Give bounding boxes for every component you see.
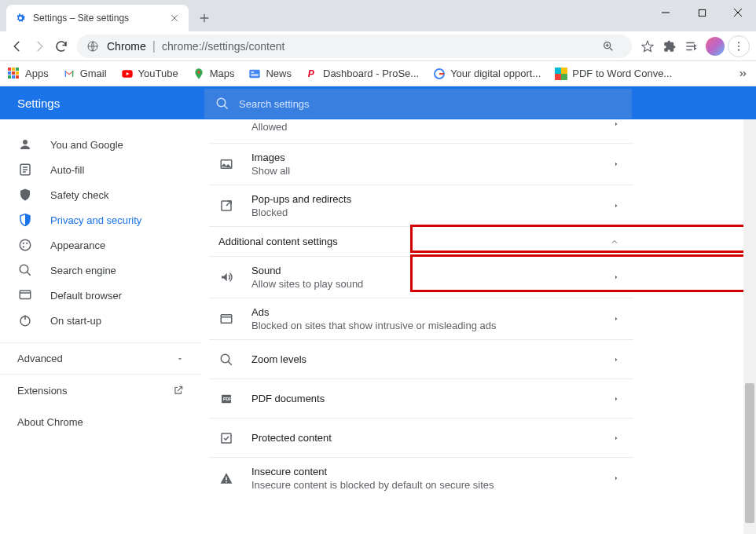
minimize-button[interactable] [648,0,684,25]
popup-icon [218,198,234,214]
setting-row-sound[interactable]: SoundAllow sites to play sound [209,257,633,298]
zoom-icon[interactable] [602,40,615,53]
power-icon [17,313,33,328]
search-input[interactable] [239,98,621,110]
browser-tab[interactable]: Settings – Site settings [6,5,189,31]
bookmark-youtube[interactable]: YouTube [121,68,178,80]
shield-check-icon [17,187,33,203]
sidebar-item-autofill[interactable]: Auto-fill [0,157,201,182]
maximize-button[interactable] [684,0,720,25]
setting-row-insecure[interactable]: Insecure contentInsecure content is bloc… [209,458,633,499]
chevron-right-icon [613,272,619,282]
reading-list-icon[interactable] [681,35,703,57]
menu-button[interactable] [728,35,750,57]
chevron-right-icon [613,119,619,129]
svg-point-3 [738,42,739,43]
sound-icon [218,269,234,285]
svg-point-25 [20,265,28,273]
maps-icon [193,68,205,80]
scrollbar-thumb[interactable] [745,383,754,523]
svg-rect-36 [226,481,227,483]
new-tab-button[interactable] [193,7,215,29]
setting-row-pdf[interactable]: PDF PDF documents [209,379,633,419]
section-additional-content[interactable]: Additional content settings [209,227,633,257]
svg-rect-14 [555,68,561,74]
setting-row-protected[interactable]: Protected content [209,419,633,458]
external-link-icon [173,385,184,396]
svg-point-23 [26,243,28,244]
chevron-right-icon [613,159,619,169]
svg-rect-9 [251,71,255,72]
setting-row-popups[interactable]: Pop-ups and redirectsBlocked [209,185,633,227]
bookmarks-overflow[interactable] [736,68,748,80]
svg-rect-30 [221,315,232,324]
scrollbar-track[interactable] [743,119,756,534]
bookmark-digital[interactable]: Your digital opport... [433,68,541,80]
search-icon [17,262,33,278]
svg-point-24 [23,246,24,247]
chevron-right-icon [613,394,619,404]
bookmark-star-icon[interactable] [637,35,659,57]
svg-rect-35 [226,477,227,481]
sidebar-item-appearance[interactable]: Appearance [0,232,201,258]
svg-rect-10 [251,74,259,75]
setting-row-prev[interactable]: Allowed [209,119,633,144]
search-icon [215,97,229,111]
bookmark-maps[interactable]: Maps [193,68,235,80]
bookmark-gmail[interactable]: Gmail [63,68,107,80]
window-controls [648,0,756,25]
search-settings-box[interactable] [204,89,632,119]
profile-avatar[interactable] [706,37,725,56]
close-tab-icon[interactable] [168,12,181,24]
svg-rect-26 [20,291,31,299]
svg-text:P: P [308,68,315,79]
chevron-down-icon [176,355,184,363]
extensions-icon[interactable] [659,35,681,57]
apps-shortcut[interactable]: Apps [8,68,49,80]
google-icon [433,68,446,80]
sidebar-item-you-and-google[interactable]: You and Google [0,132,201,157]
autofill-icon [17,162,33,177]
sidebar-item-search-engine[interactable]: Search engine [0,258,201,283]
browser-icon [17,287,33,303]
person-icon [17,137,33,152]
bookmarks-bar: Apps Gmail YouTube Maps News PDashboard … [0,61,756,86]
svg-rect-15 [561,68,567,74]
sidebar-extensions[interactable]: Extensions [0,375,201,406]
ads-icon [218,311,234,327]
chevron-up-icon [610,237,619,247]
svg-point-7 [197,71,200,73]
reload-button[interactable] [50,35,72,57]
protected-icon [218,430,234,446]
header-title: Settings [0,97,204,110]
address-bar[interactable]: Chrome | chrome://settings/content [77,35,632,58]
setting-row-images[interactable]: ImagesShow all [209,144,633,185]
svg-point-19 [23,140,28,144]
svg-rect-17 [561,74,567,80]
sidebar-item-privacy[interactable]: Privacy and security [0,207,201,232]
setting-row-zoom[interactable]: Zoom levels [209,340,633,379]
svg-point-5 [738,49,739,50]
setting-row-ads[interactable]: AdsBlocked on sites that show intrusive … [209,298,633,340]
palette-icon [17,237,33,253]
pdf-icon [555,68,567,80]
sidebar-item-default-browser[interactable]: Default browser [0,283,201,308]
tab-title: Settings – Site settings [33,13,168,24]
sidebar-item-startup[interactable]: On start-up [0,308,201,333]
sidebar-item-safety[interactable]: Safety check [0,182,201,207]
settings-sidebar: You and Google Auto-fill Safety check Pr… [0,119,201,534]
close-window-button[interactable] [720,0,756,25]
bookmark-news[interactable]: News [248,68,292,80]
bookmark-pdf[interactable]: PDF to Word Conve... [555,68,672,80]
svg-text:PDF: PDF [223,397,232,401]
window-titlebar: Settings – Site settings [0,0,756,31]
site-info-icon[interactable] [86,40,99,53]
bookmark-dashboard[interactable]: PDashboard - ProSe... [306,68,419,80]
omnibox-url: chrome://settings/content [162,40,284,53]
back-button[interactable] [6,35,28,57]
forward-button[interactable] [28,35,50,57]
gmail-icon [63,68,75,80]
sidebar-advanced[interactable]: Advanced [0,342,201,374]
image-icon [218,156,234,172]
sidebar-about[interactable]: About Chrome [0,406,201,437]
